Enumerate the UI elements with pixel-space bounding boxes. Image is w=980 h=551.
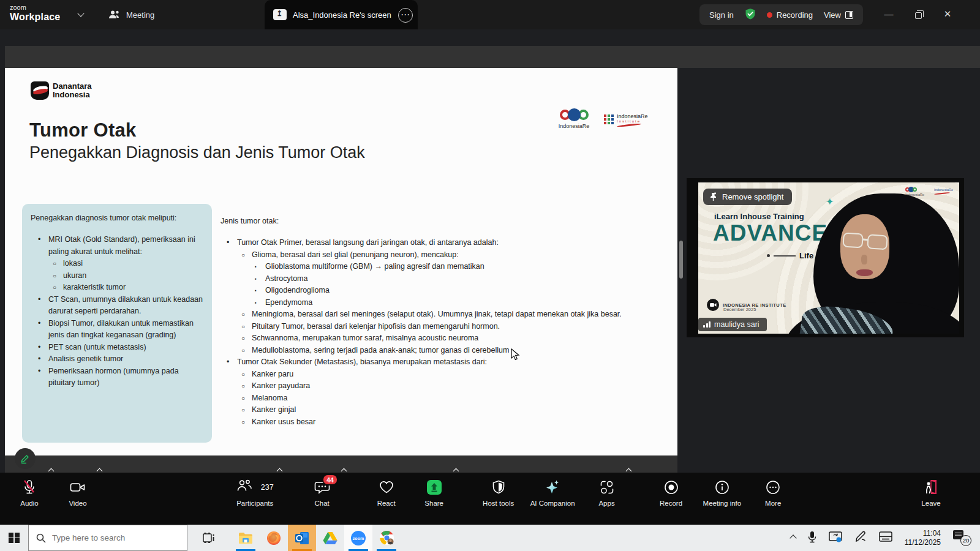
audio-options-caret[interactable] <box>49 465 53 507</box>
recording-label: Recording <box>777 10 813 20</box>
tray-touch-keyboard-icon[interactable] <box>879 531 892 544</box>
tab-options-ellipsis-icon[interactable]: ⋯ <box>398 8 413 23</box>
danantara-line2: Indonesia <box>53 90 90 99</box>
list-item: ○Kanker payudara <box>221 380 677 392</box>
mouse-cursor <box>511 348 520 364</box>
taskbar-zoom[interactable]: zoom <box>344 525 372 551</box>
record-icon <box>664 478 679 497</box>
tab-meeting[interactable]: Meeting <box>108 0 154 29</box>
tab-shared-screen[interactable]: Alsa_Indonesia Re's screen <box>265 0 418 29</box>
indonesia-re-logo-text: IndonesiaRe <box>555 123 593 129</box>
screen-share-icon <box>273 9 287 20</box>
chat-caret[interactable] <box>342 465 346 507</box>
record-button[interactable]: Record <box>655 478 687 507</box>
brand-workplace-text: Workplace <box>10 11 60 23</box>
security-shield-icon[interactable] <box>745 8 756 22</box>
task-view-button[interactable] <box>195 525 223 551</box>
tray-microphone-icon[interactable] <box>808 531 816 545</box>
list-item: ○Kanker usus besar <box>221 416 677 429</box>
task-view-icon <box>203 533 215 543</box>
view-label: View <box>824 10 841 20</box>
taskbar-google-drive[interactable] <box>316 525 344 551</box>
zoom-workplace-window: zoom Workplace Meeting Alsa_Indonesia Re… <box>0 0 980 551</box>
list-item: ○karakteristik tumor <box>31 282 203 294</box>
restore-button[interactable] <box>909 6 927 22</box>
shared-screen-region: DanantaraIndonesia IndonesiaRe Indonesia… <box>0 29 980 525</box>
connection-signal-icon <box>703 321 710 328</box>
close-button[interactable]: ✕ <box>938 6 957 22</box>
leave-button[interactable]: Leave <box>915 478 947 507</box>
minimize-button[interactable]: — <box>880 6 898 22</box>
tray-display-share-icon[interactable] <box>829 531 842 545</box>
indonesia-re-institute-logo: IndonesiaRe Institute <box>604 113 648 126</box>
participants-count: 237 <box>261 483 274 492</box>
audio-button[interactable]: Audio <box>13 478 45 507</box>
start-button[interactable] <box>0 525 28 551</box>
apps-caret[interactable] <box>627 465 631 507</box>
meeting-info-button[interactable]: Meeting info <box>703 478 742 507</box>
presentation-slide: DanantaraIndonesia IndonesiaRe Indonesia… <box>5 68 677 455</box>
indonesia-re-logo: IndonesiaRe <box>555 110 593 129</box>
taskbar-search[interactable] <box>28 525 187 551</box>
apps-icon <box>600 478 614 497</box>
more-ellipsis-icon <box>766 478 780 497</box>
leave-label: Leave <box>921 500 940 507</box>
taskbar-outlook[interactable] <box>288 525 316 551</box>
view-button[interactable]: View <box>824 10 853 20</box>
institute-logo-subtext: Institute <box>617 119 648 123</box>
tumor-types-column: Jenis tumor otak: •Tumor Otak Primer, be… <box>221 217 677 428</box>
leave-door-icon <box>924 478 938 497</box>
taskbar-file-explorer[interactable] <box>232 525 260 551</box>
chat-button[interactable]: Chat 44 <box>306 478 338 507</box>
tab-meeting-label: Meeting <box>126 10 154 20</box>
share-caret[interactable] <box>454 465 458 507</box>
list-item: ○Meningioma, berasal dari sel meninges (… <box>221 309 677 321</box>
notification-center-button[interactable]: 20 <box>953 530 971 546</box>
list-item: •Biopsi Tumor, dilakukan untuk memastika… <box>31 318 203 342</box>
remove-spotlight-button[interactable]: Remove spotlight <box>703 189 792 205</box>
svg-text:zoom: zoom <box>353 536 364 540</box>
list-item: •Tumor Otak Sekunder (Metastasis), biasa… <box>221 356 677 369</box>
audio-label: Audio <box>20 500 38 507</box>
clock-date: 11/12/2025 <box>905 538 941 547</box>
slide-title: Tumor Otak <box>29 119 137 141</box>
annotate-button[interactable] <box>15 448 36 469</box>
apps-button[interactable]: Apps <box>591 478 623 507</box>
recording-indicator[interactable]: Recording <box>767 10 813 20</box>
chat-unread-badge: 44 <box>322 474 339 485</box>
share-label: Share <box>424 500 443 507</box>
brand-zoom-text: zoom <box>10 4 60 11</box>
ai-companion-button[interactable]: AI Companion <box>530 478 575 507</box>
heart-icon <box>379 478 394 497</box>
share-screen-icon <box>427 480 442 495</box>
taskbar-firefox[interactable] <box>260 525 288 551</box>
tray-expand-chevron[interactable] <box>790 534 796 541</box>
participants-button[interactable]: 237 Participants <box>236 478 274 507</box>
host-tools-button[interactable]: Host tools <box>483 478 514 507</box>
pencil-icon <box>20 453 31 464</box>
tray-pen-icon[interactable] <box>854 531 867 545</box>
video-button[interactable]: Video <box>62 478 94 507</box>
taskbar-clock[interactable]: 11:04 11/12/2025 <box>905 529 941 547</box>
sign-in-button[interactable]: Sign in <box>709 10 734 20</box>
scrollbar[interactable] <box>679 241 683 279</box>
tumor-types-heading: Jenis tumor otak: <box>221 217 677 225</box>
apps-label: Apps <box>598 500 614 507</box>
clock-time: 11:04 <box>905 529 941 538</box>
participants-caret[interactable] <box>277 465 282 507</box>
chevron-down-icon[interactable] <box>77 10 84 17</box>
participant-video[interactable]: IndonesiaRe IndonesiaRe iLearn Inhouse T… <box>698 182 959 334</box>
titlebar: zoom Workplace Meeting Alsa_Indonesia Re… <box>0 0 980 29</box>
taskbar-chrome[interactable] <box>372 525 401 551</box>
list-item: ▪Oligodendroglioma <box>221 285 677 297</box>
search-input[interactable] <box>52 533 168 542</box>
list-item: •PET scan (untuk metastasis) <box>31 342 203 354</box>
list-item: ○Kanker paru <box>221 369 677 381</box>
react-button[interactable]: React <box>371 478 402 507</box>
outlook-icon <box>295 531 309 545</box>
share-button[interactable]: Share <box>418 478 450 507</box>
video-options-caret[interactable] <box>97 465 102 507</box>
more-button[interactable]: More <box>757 478 789 507</box>
list-item: ○Kanker ginjal <box>221 404 677 416</box>
list-item: •Tumor Otak Primer, berasal langsung dar… <box>221 237 677 249</box>
